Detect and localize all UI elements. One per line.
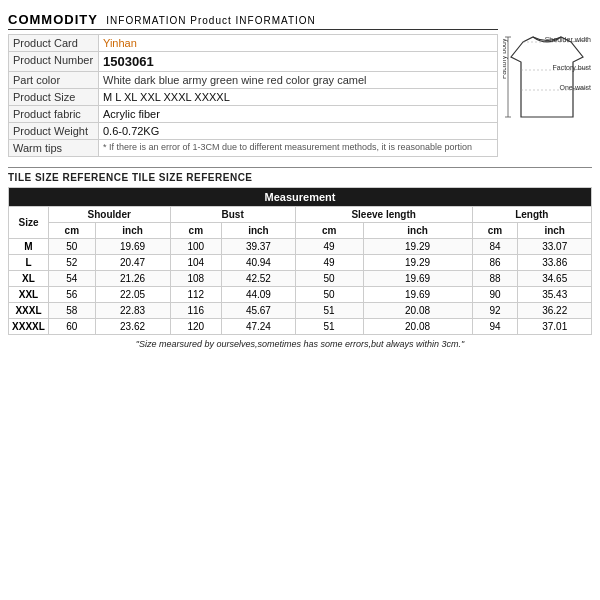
info-label-3: Product Size: [9, 89, 99, 106]
meas-cell-1-8: 33.86: [518, 255, 592, 271]
meas-cell-0-7: 84: [472, 239, 518, 255]
meas-cell-4-7: 92: [472, 303, 518, 319]
info-value-2: White dark blue army green wine red colo…: [99, 72, 498, 89]
info-label-1: Product Number: [9, 52, 99, 72]
meas-cell-5-7: 94: [472, 319, 518, 335]
meas-cell-4-8: 36.22: [518, 303, 592, 319]
sleeve-header: Sleeve length: [295, 207, 472, 223]
meas-cell-2-7: 88: [472, 271, 518, 287]
meas-cell-4-5: 51: [295, 303, 363, 319]
meas-cell-2-3: 108: [170, 271, 222, 287]
meas-cell-5-4: 47.24: [222, 319, 296, 335]
meas-cell-4-1: 58: [49, 303, 96, 319]
meas-cell-5-6: 20.08: [363, 319, 472, 335]
divider: [8, 167, 592, 168]
meas-cell-1-4: 40.94: [222, 255, 296, 271]
meas-cell-0-3: 100: [170, 239, 222, 255]
shoulder-inch: inch: [95, 223, 170, 239]
meas-cell-1-3: 104: [170, 255, 222, 271]
meas-cell-2-6: 19.69: [363, 271, 472, 287]
meas-cell-2-5: 50: [295, 271, 363, 287]
svg-text:One-waist: One-waist: [559, 84, 591, 91]
meas-cell-1-2: 20.47: [95, 255, 170, 271]
meas-cell-2-0: XL: [9, 271, 49, 287]
meas-cell-3-8: 35.43: [518, 287, 592, 303]
meas-cell-4-6: 20.08: [363, 303, 472, 319]
page-wrapper: COMMODITY INFORMATION Product INFORMATIO…: [0, 0, 600, 600]
meas-cell-0-4: 39.37: [222, 239, 296, 255]
info-value-4: Acrylic fiber: [99, 106, 498, 123]
meas-cell-5-0: XXXXL: [9, 319, 49, 335]
info-value-5: 0.6-0.72KG: [99, 123, 498, 140]
info-label-0: Product Card: [9, 35, 99, 52]
meas-cell-3-4: 44.09: [222, 287, 296, 303]
info-label-4: Product fabric: [9, 106, 99, 123]
sleeve-cm: cm: [295, 223, 363, 239]
diagram-svg: Shoulder width Factory bust One-waist Fa…: [503, 12, 591, 127]
meas-cell-2-8: 34.65: [518, 271, 592, 287]
meas-cell-1-6: 19.29: [363, 255, 472, 271]
bust-cm: cm: [170, 223, 222, 239]
measurement-title: Measurement: [9, 188, 592, 207]
info-table: Product CardYinhanProduct Number1503061P…: [8, 34, 498, 157]
commodity-subheader: INFORMATION Product INFORMATION: [106, 15, 316, 26]
meas-cell-3-0: XXL: [9, 287, 49, 303]
meas-cell-1-1: 52: [49, 255, 96, 271]
meas-cell-0-8: 33.07: [518, 239, 592, 255]
meas-cell-5-8: 37.01: [518, 319, 592, 335]
commodity-header: COMMODITY INFORMATION Product INFORMATIO…: [8, 12, 498, 30]
meas-cell-1-0: L: [9, 255, 49, 271]
length-cm: cm: [472, 223, 518, 239]
meas-cell-2-1: 54: [49, 271, 96, 287]
shoulder-cm: cm: [49, 223, 96, 239]
bust-inch: inch: [222, 223, 296, 239]
meas-cell-3-2: 22.05: [95, 287, 170, 303]
meas-cell-1-5: 49: [295, 255, 363, 271]
info-value-0: Yinhan: [99, 35, 498, 52]
garment-diagram: Shoulder width Factory bust One-waist Fa…: [502, 12, 592, 127]
meas-cell-0-2: 19.69: [95, 239, 170, 255]
measurement-table: Measurement Size Shoulder Bust Sleeve le…: [8, 187, 592, 335]
meas-cell-0-0: M: [9, 239, 49, 255]
length-header: Length: [472, 207, 591, 223]
meas-cell-4-3: 116: [170, 303, 222, 319]
info-value-1: 1503061: [99, 52, 498, 72]
size-header: Size: [9, 207, 49, 239]
tile-section-header: TILE SIZE REFERENCE TILE SIZE REFERENCE: [8, 172, 592, 183]
bust-header: Bust: [170, 207, 295, 223]
meas-cell-4-4: 45.67: [222, 303, 296, 319]
info-value-6: * If there is an error of 1-3CM due to d…: [99, 140, 498, 157]
svg-text:Factory bust: Factory bust: [552, 64, 591, 72]
svg-text:Factory body: Factory body: [503, 38, 508, 79]
commodity-title: COMMODITY: [8, 12, 98, 27]
length-inch: inch: [518, 223, 592, 239]
measurement-note: "Size mearsured by ourselves,sometimes h…: [8, 339, 592, 349]
meas-cell-3-1: 56: [49, 287, 96, 303]
meas-cell-4-0: XXXL: [9, 303, 49, 319]
meas-cell-4-2: 22.83: [95, 303, 170, 319]
meas-cell-3-7: 90: [472, 287, 518, 303]
info-label-5: Product Weight: [9, 123, 99, 140]
meas-cell-1-7: 86: [472, 255, 518, 271]
svg-text:Shoulder width: Shoulder width: [545, 36, 591, 43]
meas-cell-3-3: 112: [170, 287, 222, 303]
shoulder-header: Shoulder: [49, 207, 171, 223]
meas-cell-5-5: 51: [295, 319, 363, 335]
meas-cell-3-6: 19.69: [363, 287, 472, 303]
meas-cell-0-6: 19.29: [363, 239, 472, 255]
info-value-3: M L XL XXL XXXL XXXXL: [99, 89, 498, 106]
info-label-6: Warm tips: [9, 140, 99, 157]
sleeve-inch: inch: [363, 223, 472, 239]
meas-cell-3-5: 50: [295, 287, 363, 303]
meas-cell-5-2: 23.62: [95, 319, 170, 335]
meas-cell-2-4: 42.52: [222, 271, 296, 287]
meas-cell-5-3: 120: [170, 319, 222, 335]
meas-cell-0-1: 50: [49, 239, 96, 255]
info-label-2: Part color: [9, 72, 99, 89]
meas-cell-5-1: 60: [49, 319, 96, 335]
meas-cell-0-5: 49: [295, 239, 363, 255]
meas-cell-2-2: 21.26: [95, 271, 170, 287]
